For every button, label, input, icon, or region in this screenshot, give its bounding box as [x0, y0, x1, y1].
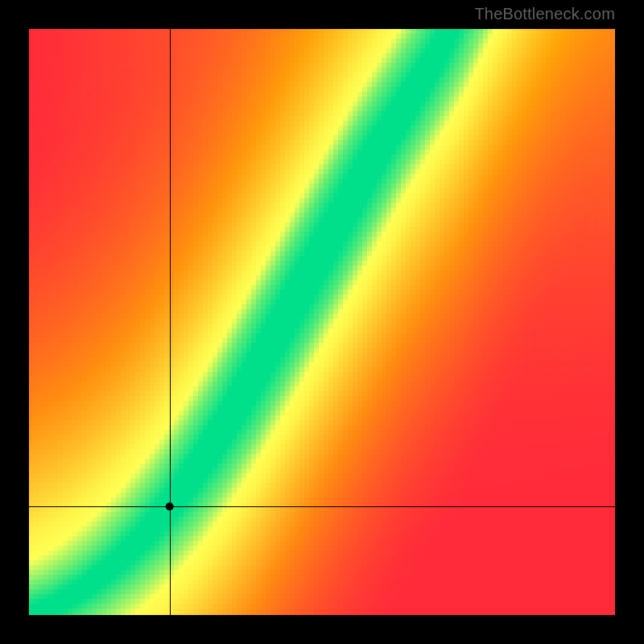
- chart-frame: TheBottleneck.com: [0, 0, 644, 644]
- heatmap-plot: [29, 29, 615, 615]
- heatmap-canvas: [29, 29, 615, 615]
- watermark-text: TheBottleneck.com: [474, 5, 615, 23]
